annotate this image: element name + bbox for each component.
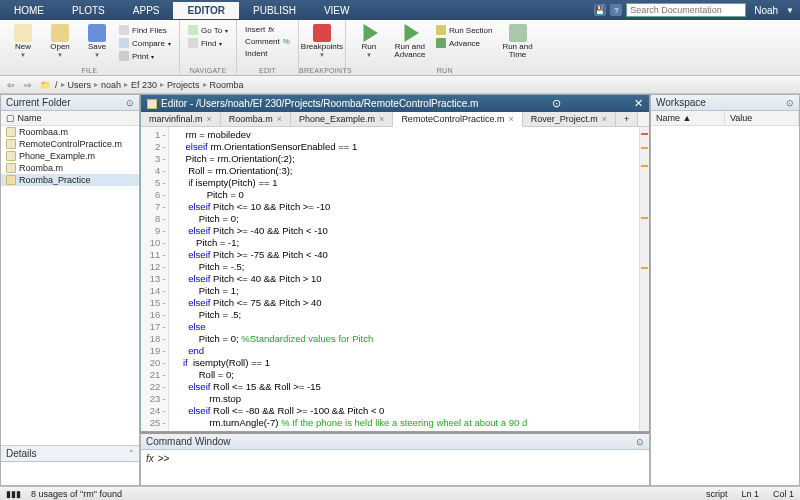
tab-close-icon[interactable]: × xyxy=(602,114,607,124)
folder-icon xyxy=(6,175,16,185)
up-folder-icon[interactable]: 📁 xyxy=(38,78,52,92)
run-button[interactable]: Run▼ xyxy=(352,22,386,58)
search-documentation-input[interactable] xyxy=(626,3,746,17)
breadcrumb-segment[interactable]: / xyxy=(55,80,58,90)
print-button[interactable]: Print▾ xyxy=(117,50,173,62)
new-button[interactable]: New▼ xyxy=(6,22,40,58)
tab-close-icon[interactable]: × xyxy=(508,114,513,124)
editor-tab-label: RemoteControlPractice.m xyxy=(401,114,504,124)
status-line: Ln 1 xyxy=(741,489,759,499)
save-quick-icon[interactable]: 💾 xyxy=(594,4,606,16)
command-window-input[interactable]: fx>> xyxy=(141,450,649,485)
ribbon-group-file: FILE xyxy=(0,67,179,74)
forward-icon[interactable]: ⇨ xyxy=(21,78,35,92)
save-button[interactable]: Save▼ xyxy=(80,22,114,58)
main-tabs: HOMEPLOTSAPPSEDITORPUBLISHVIEW 💾 ? Noah … xyxy=(0,0,800,20)
folder-item-label: Roomba.m xyxy=(19,163,63,173)
mfile-icon xyxy=(6,127,16,137)
folder-item-label: Roombaa.m xyxy=(19,127,68,137)
folder-item[interactable]: RemoteControlPractice.m xyxy=(1,138,139,150)
workspace-col-name[interactable]: Name ▲ xyxy=(651,111,725,125)
folder-item[interactable]: Roomba_Practice xyxy=(1,174,139,186)
status-mode: script xyxy=(706,489,728,499)
current-folder-title: Current Folder xyxy=(6,97,70,108)
editor-tab-label: Rover_Project.m xyxy=(531,114,598,124)
current-folder-column-header[interactable]: ▢ Name xyxy=(1,111,139,126)
run-time-button[interactable]: Run and Time xyxy=(498,22,538,59)
ribbon-group-breakpoints: BREAKPOINTS xyxy=(299,67,345,74)
breadcrumb-segment[interactable]: noah xyxy=(101,80,121,90)
breadcrumb-segment[interactable]: Roomba xyxy=(210,80,244,90)
main-tab-apps[interactable]: APPS xyxy=(119,2,174,19)
user-menu-chevron-icon[interactable]: ▼ xyxy=(786,6,794,15)
panel-menu-icon[interactable]: ⊙ xyxy=(126,98,134,108)
editor-tab-label: marvinfinal.m xyxy=(149,114,203,124)
ribbon: New▼ Open▼ Save▼ Find Files Compare▾ Pri… xyxy=(0,20,800,76)
mfile-icon xyxy=(6,139,16,149)
open-button[interactable]: Open▼ xyxy=(43,22,77,58)
main-tab-editor[interactable]: EDITOR xyxy=(173,2,239,19)
command-window-panel: Command Window⊙ fx>> xyxy=(140,432,650,486)
advance-button[interactable]: Advance xyxy=(434,37,495,49)
main-tab-publish[interactable]: PUBLISH xyxy=(239,2,310,19)
folder-item-label: Roomba_Practice xyxy=(19,175,91,185)
run-section-button[interactable]: Run Section xyxy=(434,24,495,36)
mfile-icon xyxy=(6,151,16,161)
editor-tab-label: Phone_Example.m xyxy=(299,114,375,124)
indent-button[interactable]: Indent xyxy=(243,48,292,59)
folder-item[interactable]: Roombaa.m xyxy=(1,126,139,138)
main-tab-view[interactable]: VIEW xyxy=(310,2,364,19)
goto-button[interactable]: Go To▾ xyxy=(186,24,230,36)
find-nav-button[interactable]: Find▾ xyxy=(186,37,230,49)
run-advance-button[interactable]: Run and Advance xyxy=(389,22,431,59)
back-icon[interactable]: ⇦ xyxy=(4,78,18,92)
workspace-panel: Workspace⊙ Name ▲ Value xyxy=(650,94,800,486)
tab-close-icon[interactable]: × xyxy=(379,114,384,124)
editor-tab[interactable]: Phone_Example.m× xyxy=(291,112,393,126)
status-busy-icon: ▮▮▮ xyxy=(6,489,21,499)
editor-title-text: Editor - /Users/noah/Ef 230/Projects/Roo… xyxy=(161,98,478,109)
editor-dock-icon[interactable]: ⊙ xyxy=(552,97,561,110)
workspace-col-value[interactable]: Value xyxy=(725,111,799,125)
editor-scrollbar[interactable] xyxy=(639,127,649,431)
current-folder-panel: Current Folder⊙ ▢ Name Roombaa.mRemoteCo… xyxy=(0,94,140,486)
workspace-title: Workspace xyxy=(656,97,706,108)
ribbon-group-run: RUN xyxy=(346,67,544,74)
compare-button[interactable]: Compare▾ xyxy=(117,37,173,49)
breadcrumb-segment[interactable]: Projects xyxy=(167,80,200,90)
editor-file-icon xyxy=(147,99,157,109)
folder-item[interactable]: Roomba.m xyxy=(1,162,139,174)
details-title: Details xyxy=(6,448,37,459)
tab-close-icon[interactable]: × xyxy=(207,114,212,124)
details-chevron-icon[interactable]: ˄ xyxy=(129,449,134,459)
comment-button[interactable]: Comment % xyxy=(243,36,292,47)
status-bar: ▮▮▮ 8 usages of "rm" found script Ln 1 C… xyxy=(0,486,800,500)
editor-tab[interactable]: Roomba.m× xyxy=(221,112,291,126)
editor-tab[interactable]: Rover_Project.m× xyxy=(523,112,616,126)
editor-close-icon[interactable]: ✕ xyxy=(634,97,643,110)
main-tab-home[interactable]: HOME xyxy=(0,2,58,19)
breadcrumb-segment[interactable]: Users xyxy=(68,80,92,90)
editor-body[interactable]: 1 -2 -3 -4 -5 -6 -7 -8 -9 -10 -11 -12 -1… xyxy=(141,127,649,431)
tab-close-icon[interactable]: × xyxy=(277,114,282,124)
editor-tab[interactable]: RemoteControlPractice.m× xyxy=(393,112,522,127)
status-usages: 8 usages of "rm" found xyxy=(31,489,122,499)
address-bar: ⇦ ⇨ 📁 /▸Users▸noah▸Ef 230▸Projects▸Roomb… xyxy=(0,76,800,94)
breadcrumb-segment[interactable]: Ef 230 xyxy=(131,80,157,90)
editor-tab[interactable]: marvinfinal.m× xyxy=(141,112,221,126)
insert-button[interactable]: Insert fx xyxy=(243,24,292,35)
breakpoints-button[interactable]: Breakpoints▼ xyxy=(305,22,339,58)
mfile-icon xyxy=(6,163,16,173)
folder-item[interactable]: Phone_Example.m xyxy=(1,150,139,162)
status-col: Col 1 xyxy=(773,489,794,499)
main-tab-plots[interactable]: PLOTS xyxy=(58,2,119,19)
editor-panel: Editor - /Users/noah/Ef 230/Projects/Roo… xyxy=(140,94,650,432)
command-window-menu-icon[interactable]: ⊙ xyxy=(636,437,644,447)
user-label[interactable]: Noah xyxy=(750,5,782,16)
help-icon[interactable]: ? xyxy=(610,4,622,16)
find-files-button[interactable]: Find Files xyxy=(117,24,173,36)
workspace-menu-icon[interactable]: ⊙ xyxy=(786,98,794,108)
folder-item-label: Phone_Example.m xyxy=(19,151,95,161)
folder-item-label: RemoteControlPractice.m xyxy=(19,139,122,149)
editor-new-tab-button[interactable]: + xyxy=(616,112,638,126)
